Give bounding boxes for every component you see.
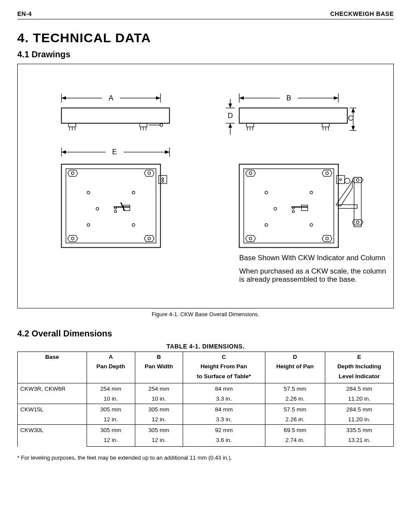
subsection-drawings: 4.1 Drawings	[17, 50, 394, 59]
col-C-sub1: Height From Pan	[183, 361, 265, 371]
svg-rect-52	[239, 108, 347, 124]
svg-marker-71	[352, 126, 355, 130]
svg-point-39	[114, 210, 116, 212]
svg-rect-23	[62, 164, 161, 247]
svg-point-26	[72, 172, 74, 174]
svg-marker-70	[352, 108, 355, 112]
table-title: TABLE 4-1. DIMENSIONS.	[17, 343, 394, 350]
svg-point-30	[72, 237, 74, 240]
dim-label-C: C	[348, 114, 353, 122]
svg-point-100	[356, 221, 359, 224]
svg-point-37	[96, 208, 99, 210]
table-row: CKW15L 305 mm305 mm 84 mm57.5 mm 284.5 m…	[18, 404, 394, 414]
svg-rect-24	[66, 169, 156, 243]
svg-point-82	[265, 191, 268, 194]
svg-marker-29	[68, 235, 78, 242]
svg-rect-53	[246, 123, 254, 127]
svg-point-88	[292, 210, 294, 212]
table-footnote: * For leveling purposes, the feet may be…	[17, 454, 394, 461]
table-row: CKW3R, CKW6R 254 mm254 mm 84 mm57.5 mm 2…	[18, 383, 394, 394]
svg-rect-72	[239, 164, 338, 247]
svg-marker-49	[239, 96, 243, 100]
svg-point-33	[87, 191, 90, 194]
col-C-sub2: to Surface of Table*	[183, 371, 265, 383]
col-D-sub: Height of Pan	[265, 361, 325, 371]
svg-point-81	[326, 237, 328, 240]
svg-point-35	[87, 224, 90, 226]
svg-rect-7	[68, 123, 76, 127]
svg-rect-91	[336, 175, 345, 184]
table-row: CKW30L 305 mm305 mm 92 mm69.5 mm 335.5 m…	[18, 424, 394, 435]
figure-frame: A E	[17, 64, 394, 308]
svg-marker-31	[144, 235, 154, 242]
svg-marker-27	[144, 170, 154, 177]
dim-label-E: E	[112, 148, 117, 156]
svg-marker-20	[62, 150, 66, 154]
svg-marker-80	[322, 235, 332, 242]
svg-marker-64	[228, 103, 232, 108]
svg-marker-50	[334, 96, 338, 100]
svg-point-77	[326, 172, 328, 174]
svg-point-28	[148, 172, 150, 174]
figure-note-1: Base Shown With CKW Indicator and Column…	[239, 254, 386, 262]
dim-label-A: A	[109, 94, 114, 102]
col-B-sub: Pan Width	[135, 361, 183, 371]
svg-rect-73	[244, 169, 334, 243]
svg-rect-11	[140, 123, 147, 127]
figure-note-2b: is already preassembled to the base.	[239, 275, 357, 283]
svg-point-45	[162, 180, 164, 182]
header-right: CHECKWEIGH BASE	[330, 10, 394, 17]
header-left: EN-4	[17, 10, 32, 17]
svg-rect-89	[302, 205, 308, 211]
section-title: 4. TECHNICAL DATA	[17, 31, 394, 45]
svg-point-85	[310, 224, 312, 226]
subsection-dimensions: 4.2 Overall Dimensions	[17, 329, 394, 339]
figure-caption: Figure 4-1. CKW Base Overall Dimensions.	[17, 311, 394, 317]
svg-point-86	[274, 208, 277, 210]
svg-point-34	[132, 191, 135, 194]
svg-marker-21	[165, 150, 169, 154]
col-E-sub2: Level Indicator	[325, 371, 393, 383]
col-A-sub: Pan Depth	[87, 361, 135, 371]
svg-marker-25	[68, 170, 78, 177]
col-E-sub1: Depth Including	[325, 361, 393, 371]
page-header: EN-4 CHECKWEIGH BASE	[17, 10, 394, 19]
svg-marker-76	[322, 170, 332, 177]
svg-point-79	[249, 237, 252, 240]
col-E: E	[325, 352, 393, 361]
dimensions-table: Base A B C D E Pan Depth Pan Width Heigh…	[17, 352, 394, 447]
dimensions-drawing: A E	[25, 72, 386, 297]
svg-point-83	[310, 191, 312, 194]
svg-marker-74	[246, 170, 255, 177]
svg-point-36	[132, 224, 135, 226]
dim-label-D: D	[227, 112, 233, 120]
dim-label-B: B	[286, 94, 291, 102]
col-C: C	[183, 352, 265, 361]
svg-marker-66	[228, 123, 232, 128]
svg-point-75	[249, 172, 252, 174]
svg-point-98	[356, 179, 359, 181]
svg-rect-6	[62, 108, 170, 124]
svg-point-92	[339, 179, 341, 180]
col-base: Base	[18, 352, 87, 361]
col-A: A	[87, 352, 135, 361]
svg-point-93	[345, 178, 350, 184]
svg-rect-57	[322, 123, 330, 127]
svg-point-44	[162, 178, 164, 180]
figure-note-2a: When purchased as a CKW scale, the colum…	[239, 267, 386, 275]
svg-marker-3	[62, 96, 66, 100]
col-B: B	[135, 352, 183, 361]
svg-point-84	[265, 224, 268, 226]
svg-marker-4	[156, 96, 160, 100]
col-D: D	[265, 352, 325, 361]
svg-point-32	[148, 237, 150, 240]
svg-marker-78	[246, 235, 255, 242]
